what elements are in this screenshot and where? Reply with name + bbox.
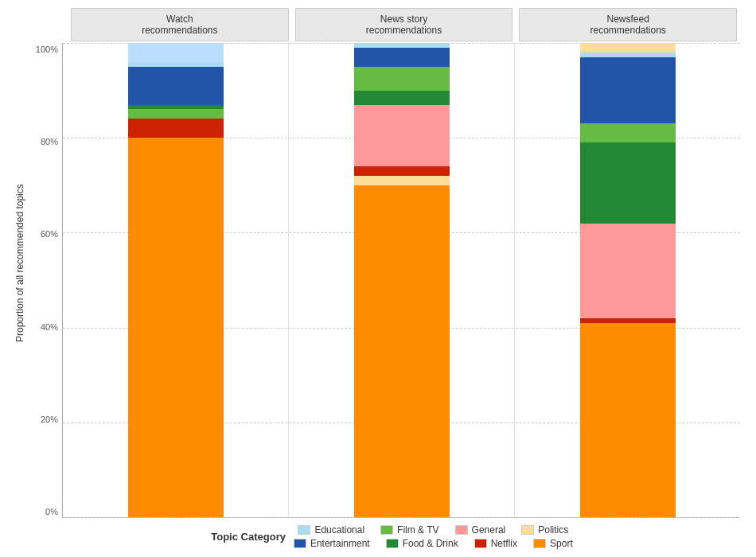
bar-segment: [580, 142, 676, 223]
legend-title: Topic Category: [211, 531, 286, 543]
legend-swatch: [298, 525, 310, 535]
legend-row: EntertainmentFood & DrinkNetflixSport: [294, 538, 573, 549]
plot-area: 100%80%60%40%20%0%: [32, 43, 740, 518]
bar-segment: [580, 43, 676, 53]
y-axis-label: Proportion of all recommended topics: [8, 8, 32, 518]
bar-segment: [128, 67, 224, 105]
facet-headers: WatchrecommendationsNews storyrecommenda…: [68, 8, 740, 41]
legend-item: Sport: [533, 538, 573, 549]
facet-group: [515, 43, 740, 517]
legend-wrapper: Topic Category EducationalFilm & TVGener…: [44, 518, 740, 549]
legend-item: Politics: [521, 524, 568, 536]
bar-segment: [128, 119, 224, 138]
legend-row: EducationalFilm & TVGeneralPolitics: [294, 524, 573, 536]
legend-item-label: Sport: [550, 538, 573, 549]
bar-segment: [354, 176, 450, 185]
facet-header: News storyrecommendations: [295, 8, 513, 41]
y-tick: 60%: [41, 229, 58, 239]
facet-header: Watchrecommendations: [71, 8, 289, 41]
legend-swatch: [294, 539, 306, 548]
legend-swatch: [386, 539, 399, 548]
bar-segment: [354, 105, 450, 166]
y-axis-ticks: 100%80%60%40%20%0%: [32, 43, 62, 518]
y-tick: 80%: [41, 137, 58, 146]
bar-segment: [580, 123, 676, 142]
bar-segment: [354, 166, 450, 176]
bar-segment: [354, 185, 450, 517]
legend-item-label: Film & TV: [397, 524, 438, 536]
bar-segment: [580, 224, 676, 318]
grid-line: [63, 517, 740, 518]
legend-item: General: [455, 524, 506, 536]
legend-item-label: Entertainment: [310, 538, 370, 549]
legend-item-label: Educational: [314, 524, 364, 536]
legend-item-label: General: [472, 524, 506, 536]
legend-item: Entertainment: [294, 538, 370, 549]
legend-item: Educational: [298, 524, 364, 536]
chart-container: Proportion of all recommended topics Wat…: [0, 0, 756, 557]
legend-item: Food & Drink: [386, 538, 458, 549]
facet-header: Newsfeedrecommendations: [519, 8, 737, 41]
bar-segment: [354, 91, 450, 105]
legend-swatch: [455, 525, 468, 535]
legend-item-label: Netflix: [491, 538, 517, 549]
legend-swatch: [474, 539, 487, 548]
bar-segment: [128, 109, 224, 119]
y-tick: 0%: [45, 507, 58, 516]
bar: [128, 43, 224, 517]
bar-segment: [580, 57, 676, 123]
legend-swatch: [380, 525, 393, 535]
bar-segment: [128, 138, 224, 517]
y-tick: 20%: [41, 415, 58, 424]
bar: [354, 43, 450, 517]
bars-container: [62, 43, 740, 518]
legend-item-label: Politics: [538, 524, 568, 536]
legend-items-block: EducationalFilm & TVGeneralPoliticsEnter…: [294, 524, 573, 549]
bar-segment: [580, 323, 676, 517]
legend-swatch: [521, 525, 534, 535]
bar-segment: [354, 67, 450, 91]
bar-segment: [128, 43, 224, 62]
y-tick: 40%: [41, 322, 58, 332]
chart-inner: WatchrecommendationsNews storyrecommenda…: [32, 8, 740, 518]
facet-group: [63, 43, 289, 517]
legend-item: Film & TV: [380, 524, 438, 536]
y-tick: 100%: [36, 45, 58, 54]
legend-swatch: [533, 539, 546, 548]
legend-item-label: Food & Drink: [403, 538, 458, 549]
bar: [580, 43, 676, 517]
facet-group: [289, 43, 515, 517]
legend-item: Netflix: [474, 538, 517, 549]
chart-area: Proportion of all recommended topics Wat…: [8, 8, 740, 518]
bar-segment: [354, 48, 450, 67]
